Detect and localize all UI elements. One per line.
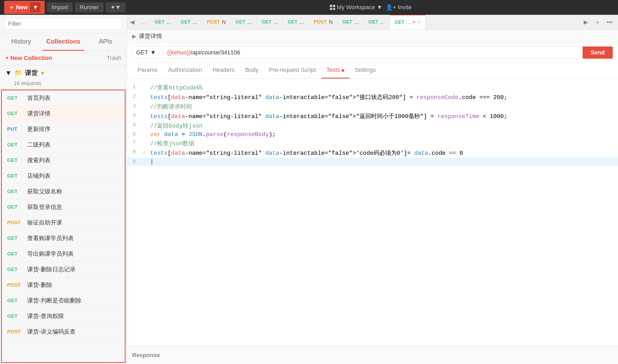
new-button[interactable]: ＋ New ▼	[4, 1, 45, 14]
req-tab-tests[interactable]: Tests	[321, 62, 349, 78]
star-icon: ★	[40, 70, 45, 76]
list-item[interactable]: GET获取登录信息	[2, 199, 125, 215]
list-item[interactable]: GET店铺列表	[2, 168, 125, 184]
list-item[interactable]: GET查看购课学员列表	[2, 231, 125, 246]
trash-button[interactable]: Trash	[107, 55, 121, 62]
line-content[interactable]: //查看httpCode码	[148, 84, 618, 92]
list-item[interactable]: POST课货-删除	[2, 277, 125, 293]
tab-item[interactable]: GET...	[231, 15, 257, 29]
list-item[interactable]: GET课货-删除日志记录	[2, 262, 125, 277]
tab-forward-button[interactable]: ▶	[582, 18, 590, 27]
chevron-down-icon: ▼	[5, 69, 12, 77]
import-button[interactable]: Import	[47, 2, 73, 12]
runner-button[interactable]: Runner	[75, 2, 103, 12]
line-content[interactable]: //检查json数据	[148, 139, 618, 147]
tab-label: ...	[167, 19, 171, 25]
tab-method: GET	[262, 19, 271, 25]
method-badge: POST	[7, 282, 23, 288]
list-item[interactable]: PUT更新排序	[2, 122, 125, 137]
list-item[interactable]: POST验证自助开课	[2, 215, 125, 231]
search-input[interactable]	[4, 18, 122, 30]
sidebar-tabs: History Collections APIs	[0, 33, 127, 51]
line-content[interactable]: var data = JSON.parse(responseBody);	[148, 131, 618, 138]
extra-button[interactable]: ✦▼	[106, 2, 126, 12]
breadcrumb-arrow: ▶	[132, 33, 136, 39]
line-content[interactable]: //判断请求时间	[148, 103, 618, 111]
collection-name: 课货	[25, 69, 38, 77]
line-content[interactable]: tests[data-name="string-literal" data-in…	[148, 93, 618, 101]
line-content[interactable]: tests[data-name="string-literal" data-in…	[148, 112, 618, 120]
tab-method: GET	[181, 19, 191, 25]
request-name: 搜索列表	[27, 156, 50, 164]
request-name: 更新排序	[27, 125, 50, 133]
send-button[interactable]: Send	[583, 46, 613, 59]
req-tab-params[interactable]: Params	[132, 62, 163, 78]
list-item[interactable]: GET搜索列表	[2, 153, 125, 168]
tab-item[interactable]: GET...	[176, 15, 202, 29]
tab-method: GET	[342, 19, 352, 25]
tab-method: GET	[368, 19, 378, 25]
tab-label: ...	[193, 19, 197, 25]
workspace-chevron: ▼	[377, 4, 382, 11]
req-tab-authorization[interactable]: Authorization	[163, 62, 207, 78]
sidebar-tab-collections[interactable]: Collections	[42, 33, 85, 51]
tab-item[interactable]: POSTN	[309, 15, 338, 29]
workspace-button[interactable]: My Workspace ▼	[330, 4, 382, 11]
sidebar-tab-history[interactable]: History	[0, 33, 42, 51]
invite-button[interactable]: 👤+ Invite	[386, 4, 412, 11]
list-item[interactable]: GET导出购课学员列表	[2, 246, 125, 262]
code-line: 1//查看httpCode码	[127, 83, 618, 92]
code-line: 7//检查json数据	[127, 139, 618, 148]
tab-close-icon[interactable]: ×	[418, 20, 421, 25]
tab-item[interactable]: GET...	[338, 15, 364, 29]
list-item[interactable]: GET课货-查询权限	[2, 309, 125, 324]
req-tab-prerequest[interactable]: Pre-request Script	[264, 62, 321, 78]
property: responseCode	[417, 94, 458, 101]
request-name: 获取父级名称	[27, 188, 62, 195]
req-tab-settings[interactable]: Settings	[349, 62, 381, 78]
tab-item[interactable]: GET...	[150, 15, 176, 29]
tab-item[interactable]: GET...	[364, 15, 390, 29]
list-item[interactable]: GET首页列表	[2, 90, 125, 106]
code-editor[interactable]: 1//查看httpCode码2tests[data-name="string-l…	[127, 79, 618, 346]
list-item[interactable]: GET课货-判断是否能删除	[2, 293, 125, 309]
invite-icon: 👤+	[386, 4, 396, 11]
sidebar-tab-apis[interactable]: APIs	[84, 33, 127, 51]
tab-item[interactable]: GET...	[257, 15, 283, 29]
tab-method: GET	[288, 19, 297, 25]
tab-item[interactable]: GET...	[283, 15, 309, 29]
top-center: My Workspace ▼ 👤+ Invite	[128, 4, 614, 11]
new-collection-button[interactable]: + New Collection	[5, 55, 52, 62]
list-item[interactable]: GET课货详情	[2, 106, 125, 122]
list-item[interactable]: GET二级列表	[2, 137, 125, 153]
tab-item[interactable]: POSTN	[202, 15, 230, 29]
req-tab-body[interactable]: Body	[240, 62, 264, 78]
code-line: 8⚠tests[data-name="string-literal" data-…	[127, 148, 618, 158]
tab-new-button[interactable]: ＋	[592, 17, 602, 27]
request-name: 首页列表	[27, 94, 50, 102]
collection-header[interactable]: ▼ 📁 课货 ★	[0, 66, 127, 80]
line-content[interactable]: tests[data-name="string-literal" data-in…	[148, 149, 618, 157]
req-tab-headers[interactable]: Headers	[207, 62, 240, 78]
nav-back-button[interactable]: ◀	[127, 19, 138, 26]
method-select[interactable]: GET ▼	[132, 46, 160, 59]
method-badge: GET	[7, 313, 23, 319]
list-item[interactable]: GET获取父级名称	[2, 184, 125, 199]
line-warning: ⚠	[140, 149, 148, 155]
tab-bar: ◀ … GET...GET...POSTNGET...GET...GET...P…	[127, 15, 618, 30]
line-content[interactable]	[148, 158, 618, 165]
tab-label: ...	[274, 19, 278, 25]
list-item[interactable]: POST课货-讲义编码反查	[2, 324, 125, 340]
nav-dots[interactable]: …	[138, 19, 150, 26]
new-dropdown-arrow[interactable]: ▼	[30, 2, 40, 12]
tab-more-button[interactable]: •••	[605, 18, 615, 27]
line-number: 5	[127, 122, 140, 128]
method-badge: GET	[7, 157, 23, 163]
line-content[interactable]: //返回body转json	[148, 122, 618, 130]
variable: data	[171, 113, 185, 120]
request-name: 二级列表	[27, 141, 50, 149]
tab-item[interactable]: GET... ××	[390, 15, 425, 29]
url-input-display[interactable]: {{kehuo}} /api/course/341106	[163, 46, 580, 59]
request-name: 课货-判断是否能删除	[27, 297, 81, 305]
tab-method: GET	[395, 20, 404, 25]
